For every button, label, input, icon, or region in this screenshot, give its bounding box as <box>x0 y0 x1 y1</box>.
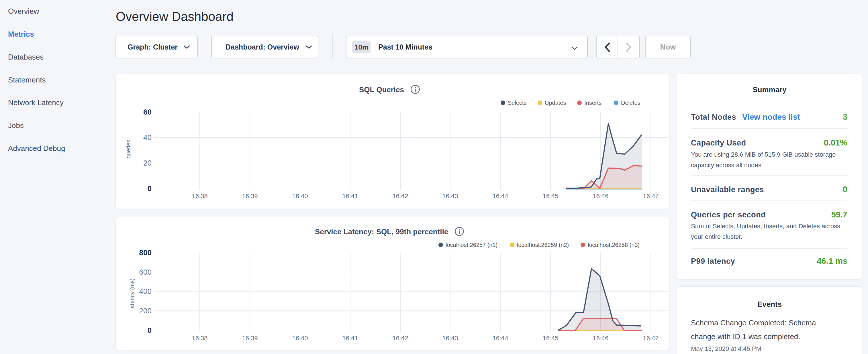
svg-text:400: 400 <box>139 287 152 296</box>
svg-text:Deletes: Deletes <box>621 100 641 106</box>
svg-text:16:46: 16:46 <box>593 334 608 342</box>
svg-text:localhost:26258 (n3): localhost:26258 (n3) <box>588 242 640 248</box>
svg-text:Inserts: Inserts <box>584 100 601 106</box>
svg-text:40: 40 <box>143 133 152 142</box>
svg-text:60: 60 <box>143 108 152 116</box>
svg-text:16:47: 16:47 <box>643 192 658 200</box>
svg-text:16:38: 16:38 <box>192 192 208 200</box>
svg-text:16:44: 16:44 <box>492 334 508 342</box>
svg-text:16:40: 16:40 <box>292 192 308 200</box>
svg-text:16:41: 16:41 <box>342 334 358 342</box>
svg-text:16:40: 16:40 <box>292 334 308 342</box>
svg-text:16:42: 16:42 <box>392 192 408 200</box>
svg-text:localhost:26259 (n2): localhost:26259 (n2) <box>517 242 569 248</box>
svg-text:16:46: 16:46 <box>593 192 608 200</box>
svg-text:16:44: 16:44 <box>492 192 508 200</box>
svg-text:600: 600 <box>139 268 152 277</box>
svg-text:16:43: 16:43 <box>442 334 458 342</box>
svg-text:16:45: 16:45 <box>542 192 558 200</box>
svg-text:16:43: 16:43 <box>442 192 458 200</box>
svg-text:16:45: 16:45 <box>542 334 558 342</box>
svg-text:16:39: 16:39 <box>242 334 258 342</box>
svg-text:16:41: 16:41 <box>342 192 358 200</box>
svg-text:0: 0 <box>148 184 152 193</box>
svg-text:16:38: 16:38 <box>192 334 208 342</box>
svg-text:16:39: 16:39 <box>242 192 258 200</box>
svg-text:Selects: Selects <box>508 100 527 106</box>
svg-text:200: 200 <box>139 307 152 315</box>
svg-text:800: 800 <box>139 248 152 257</box>
svg-text:16:42: 16:42 <box>392 334 408 342</box>
svg-text:localhost:26257 (n1): localhost:26257 (n1) <box>445 242 497 248</box>
svg-text:0: 0 <box>148 326 152 334</box>
svg-text:Updates: Updates <box>545 100 566 106</box>
svg-text:20: 20 <box>143 159 152 167</box>
svg-text:16:47: 16:47 <box>643 334 658 342</box>
